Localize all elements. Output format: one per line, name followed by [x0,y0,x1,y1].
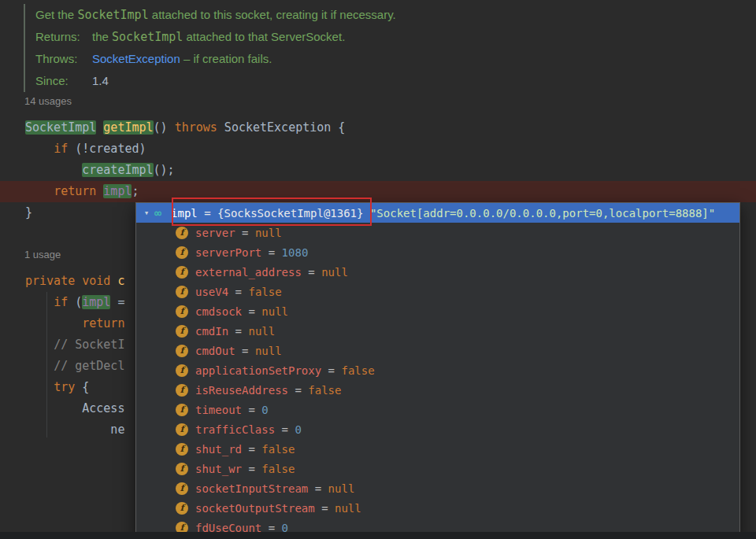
field-name: applicationSetProxy [195,364,321,377]
variable-row[interactable]: fsocketInputStream = null [136,478,739,498]
variable-row[interactable]: fshut_wr = false [136,459,739,478]
code-line[interactable]: createImpl(); [0,160,756,181]
field-icon: f [176,463,188,475]
code-segment: // SocketI [54,338,124,352]
code-segment: SocketImpl [77,8,148,22]
code-segment: impl [82,295,110,309]
field-name: external_address [195,266,302,279]
equals-sign: = [235,345,255,357]
field-value: 0 [295,423,301,436]
bottom-edge-strip [0,532,756,539]
field-name: serverPort [195,246,261,259]
code-segment: – if creation fails. [180,52,272,65]
equals-sign: = [235,227,255,239]
variable-row[interactable]: fexternal_address = null [136,262,739,282]
code-segment: return [54,184,103,198]
doc-line: Throws:SocketException – if creation fai… [35,48,396,70]
chevron-down-icon[interactable]: ▾ [140,208,153,218]
code-segment: throws [175,120,217,135]
code-segment: (!created) [68,142,146,156]
variable-row[interactable]: fshut_rd = false [136,439,739,459]
variable-row[interactable]: fcmdOut = null [136,341,739,360]
execution-line[interactable]: return impl; [0,181,756,202]
field-value: null [321,266,348,279]
field-icon: f [176,384,188,397]
variable-row[interactable]: fapplicationSetProxy = false [136,360,739,380]
field-icon: f [176,325,188,338]
code-segment: if [54,295,68,309]
code-segment: { [75,380,89,394]
field-name: cmdsock [195,305,242,318]
field-value: false [261,443,295,456]
code-segment: () [154,120,175,135]
code-line[interactable]: SocketImpl getImpl() throws SocketExcept… [0,117,756,138]
ide-editor-window: Get the SocketImpl attached to this sock… [0,0,756,539]
equals-sign: = [288,384,308,397]
variable-row[interactable]: ftrafficClass = 0 [136,419,739,439]
equals-sign: = [228,325,248,338]
field-icon: f [176,305,188,318]
code-segment [25,359,54,373]
indent-guide [46,292,47,437]
field-icon: f [176,246,188,259]
field-icon: f [176,345,188,357]
field-icon: f [176,423,188,436]
watch-icon: ∞ [154,206,161,220]
field-value: false [308,384,341,397]
code-line[interactable]: if (!created) [0,138,756,160]
field-icon: f [176,364,188,377]
code-segment: c [117,274,124,288]
field-name: shut_rd [195,443,242,456]
field-value: null [255,227,282,239]
variable-row[interactable]: fuseV4 = false [136,282,739,301]
usage-inlay-hint[interactable]: 1 usage [24,249,61,260]
field-name: socketInputStream [195,482,308,495]
variable-row[interactable]: ftimeout = 0 [136,400,739,419]
variable-row[interactable]: fserverPort = 1080 [136,242,739,262]
code-segment: if [54,142,68,156]
field-icon: f [176,482,188,495]
variable-row[interactable]: fsocketOutputStream = null [136,498,739,518]
code-segment: } [25,205,32,220]
code-segment: SocketException [92,52,180,65]
debugger-variables-popup: ▾ ∞ impl = {SocksSocketImpl@1361} "Socke… [135,202,740,539]
field-name: cmdIn [195,325,228,338]
equals-sign: = [242,443,261,456]
field-name: server [195,227,235,239]
doc-section-label: Throws: [35,48,92,70]
equals-sign: = [261,246,281,259]
code-segment: Get the [35,8,77,21]
code-segment: getImpl [103,120,153,135]
code-segment: ne [25,423,124,437]
equals-sign: = [242,463,261,475]
code-segment [25,184,54,198]
field-name: socketOutputStream [195,502,315,515]
field-icon: f [176,404,188,416]
code-segment [25,380,54,394]
field-icon: f [176,286,188,298]
code-segment: return [82,316,124,330]
doc-section-label: Since: [35,70,92,92]
variable-row[interactable]: fcmdIn = null [136,321,739,341]
field-name: shut_wr [195,463,242,475]
code-segment [25,338,54,352]
field-value: false [248,286,281,298]
code-segment: the [92,30,112,43]
code-segment: Access [25,401,124,415]
field-value: false [341,364,374,377]
code-segment [25,163,82,177]
code-segment: private void [25,274,117,288]
usages-inlay-hint[interactable]: 14 usages [24,95,72,107]
field-icon: f [176,443,188,456]
code-segment [25,295,54,309]
variable-row[interactable]: fcmdsock = null [136,301,739,321]
field-value: null [255,345,282,357]
object-value-string: "Socket[addr=0.0.0.0/0.0.0.0,port=0,loca… [370,207,715,220]
popup-field-list: fserver = nullfserverPort = 1080fexterna… [136,223,739,537]
variable-row[interactable]: fisReuseAddress = false [136,380,739,400]
field-value: null [335,502,361,515]
field-name: trafficClass [195,423,275,436]
field-value: 1080 [282,246,309,259]
code-segment: SocketImpl [112,30,183,44]
field-value: null [248,325,275,338]
